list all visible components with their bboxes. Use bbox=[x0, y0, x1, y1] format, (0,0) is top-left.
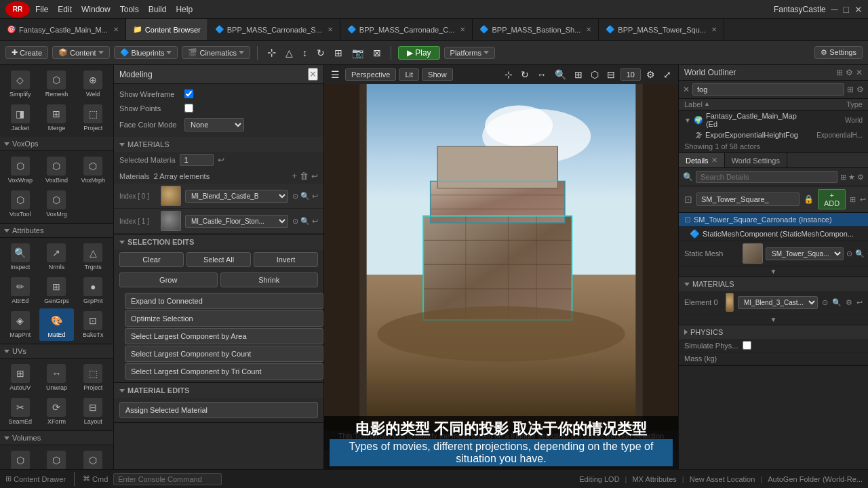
selection-edits-header[interactable]: SELECTION EdIts bbox=[114, 235, 323, 249]
tool-baketx[interactable]: ⊡ BakeTx bbox=[75, 308, 111, 341]
tool-bspconv[interactable]: ⬡BSPconv bbox=[75, 448, 111, 469]
tool-volmsh[interactable]: ⬡VolMsh bbox=[3, 448, 38, 469]
undo-button[interactable]: ↩ bbox=[218, 155, 224, 165]
details-settings-btn[interactable]: ⚙ bbox=[857, 173, 864, 182]
tab-close-icon[interactable]: ✕ bbox=[711, 26, 717, 33]
tab-bpp-mass-1[interactable]: 🔷 BPP_MASS_Carronade_S... ✕ bbox=[208, 19, 340, 40]
material-select-1[interactable]: MI_Castle_Floor_Ston... bbox=[185, 215, 288, 228]
tool-voxtool[interactable]: ⬡ VoxTool bbox=[3, 188, 38, 220]
element-navigate-btn[interactable]: ⊙ bbox=[822, 298, 828, 307]
tool-voxmrg[interactable]: ⬡ VoxMrg bbox=[39, 188, 75, 220]
remove-material-button[interactable]: 🗑 bbox=[300, 171, 309, 181]
select-all-button[interactable]: Select All bbox=[186, 252, 251, 267]
create-button[interactable]: ✚ Create bbox=[5, 46, 48, 59]
select-icon[interactable]: ⊹ bbox=[264, 45, 279, 60]
rotate-icon[interactable]: ↻ bbox=[314, 46, 328, 60]
tab-close-icon[interactable]: ✕ bbox=[460, 26, 465, 33]
tool-jacket[interactable]: ◨ Jacket bbox=[3, 102, 38, 134]
camera-icon[interactable]: 📷 bbox=[349, 46, 366, 60]
tool-voxbind[interactable]: ⬡ VoxBind bbox=[39, 154, 75, 186]
details-tab[interactable]: Details ✕ bbox=[679, 153, 725, 167]
details-view-btn[interactable]: ⊞ bbox=[840, 173, 846, 182]
menu-file[interactable]: File bbox=[35, 5, 48, 14]
physics-header[interactable]: PHYSICS bbox=[679, 325, 868, 339]
tree-item-fog[interactable]: 🌫 ExporExponentialHeightFog ExponentialH… bbox=[679, 129, 868, 140]
material-undo-0[interactable]: ↩ bbox=[312, 192, 318, 201]
rotate-vp-icon[interactable]: ↻ bbox=[518, 68, 532, 81]
details-tab-close[interactable]: ✕ bbox=[711, 156, 717, 165]
material-navigate-0[interactable]: ⊙ bbox=[292, 192, 298, 201]
tool-remesh[interactable]: ⬡ Remesh bbox=[39, 68, 75, 100]
fullscreen-vp-icon[interactable]: ⤢ bbox=[660, 68, 674, 81]
show-points-checkbox[interactable] bbox=[184, 104, 193, 113]
menu-help[interactable]: Help bbox=[176, 5, 193, 14]
lit-button[interactable]: Lit bbox=[399, 68, 419, 81]
tool-grppnt[interactable]: ● GrpPnt bbox=[75, 274, 111, 307]
tab-bpp-bastion[interactable]: 🔷 BPP_MASS_Bastion_Sh... ✕ bbox=[473, 19, 599, 40]
selected-material-input[interactable] bbox=[180, 154, 214, 166]
modeling-close-button[interactable]: ✕ bbox=[308, 68, 318, 81]
expand-connected-button[interactable]: Expand to Connected bbox=[125, 293, 323, 309]
console-input[interactable] bbox=[113, 473, 222, 485]
uvs-header[interactable]: UVs bbox=[0, 344, 113, 359]
menu-tools[interactable]: Tools bbox=[120, 5, 139, 14]
tool-voxmrph[interactable]: ⬡ VoxMrph bbox=[75, 154, 111, 186]
tool-gengrps[interactable]: ⊞ GenGrps bbox=[39, 274, 75, 307]
materials-section-header[interactable]: MATERIALS bbox=[114, 137, 323, 152]
clear-button[interactable]: Clear bbox=[119, 252, 184, 267]
attributes-header[interactable]: Attributes bbox=[0, 224, 113, 238]
menu-build[interactable]: Build bbox=[149, 5, 167, 14]
add-material-button[interactable]: + bbox=[292, 171, 297, 181]
tool-unwrap[interactable]: ↔Unwrap bbox=[39, 361, 75, 394]
content-button[interactable]: 📦 Content bbox=[52, 46, 110, 59]
close-btn[interactable]: ✕ bbox=[854, 4, 863, 15]
select-largest-count-button[interactable]: Select Largest Component by Count bbox=[125, 346, 323, 362]
details-star-btn[interactable]: ★ bbox=[848, 173, 855, 182]
blueprints-button[interactable]: 🔷 Blueprints bbox=[114, 46, 178, 59]
minimize-btn[interactable]: ─ bbox=[831, 4, 838, 15]
tool-attred[interactable]: ✏ AttrEd bbox=[3, 274, 38, 307]
voxops-header[interactable]: VoxOps bbox=[0, 137, 113, 151]
element-select-0[interactable]: MI_Blend_3_Cast... bbox=[738, 296, 818, 309]
content-drawer-button[interactable]: ⊞ Content Drawer bbox=[5, 474, 66, 483]
element-search-btn[interactable]: 🔍 bbox=[832, 298, 842, 307]
material-undo-1[interactable]: ↩ bbox=[312, 217, 318, 226]
tool-project-uv[interactable]: ⬚Project bbox=[75, 361, 111, 394]
perspective-button[interactable]: Perspective bbox=[345, 68, 396, 81]
detail-list-item-static[interactable]: 🔷 StaticMeshComponent (StaticMeshCompon.… bbox=[679, 227, 868, 241]
outliner-search-input[interactable] bbox=[692, 83, 844, 96]
material-search-1[interactable]: 🔍 bbox=[300, 217, 310, 226]
tool-merge[interactable]: ⊞ Merge bbox=[39, 102, 75, 134]
tab-content-browser[interactable]: 📁 Content Browser bbox=[126, 19, 208, 40]
grid-vp-icon[interactable]: ⊞ bbox=[572, 68, 585, 81]
tab-close-icon[interactable]: ✕ bbox=[328, 26, 333, 33]
outliner-close-button[interactable]: ✕ bbox=[856, 68, 863, 77]
component-undo-btn[interactable]: ↩ bbox=[860, 195, 866, 204]
details-search-input[interactable] bbox=[696, 171, 837, 183]
assign-material-button[interactable]: Assign Selected Material bbox=[119, 402, 318, 418]
wireframe-vp-icon[interactable]: ⬡ bbox=[588, 68, 601, 81]
volumes-header[interactable]: Volumes bbox=[0, 431, 113, 445]
tab-fantasy-castle[interactable]: 🎯 Fantasy_Castle_Main_M... ✕ bbox=[0, 19, 126, 40]
tool-mappnt[interactable]: ◈ MapPnt bbox=[3, 308, 38, 341]
select-largest-tricount-button[interactable]: Select Largest Component by Tri Count bbox=[125, 363, 323, 380]
materials-expand-row[interactable]: ▼ bbox=[679, 314, 868, 325]
tool-layout[interactable]: ⊟Layout bbox=[75, 395, 111, 428]
outliner-action-1[interactable]: ⊞ bbox=[836, 68, 843, 77]
shrink-button[interactable]: Shrink bbox=[220, 272, 319, 287]
tab-bpp-mass-2[interactable]: 🔷 BPP_MASS_Carronade_C... ✕ bbox=[340, 19, 473, 40]
tool-project[interactable]: ⬚ Project bbox=[75, 102, 111, 134]
details-materials-header[interactable]: MATERIALS bbox=[679, 277, 868, 291]
zoom-vp-icon[interactable]: 🔍 bbox=[552, 68, 569, 81]
show-button[interactable]: Show bbox=[422, 68, 453, 81]
mesh-select[interactable]: SM_Tower_Squa... bbox=[766, 247, 844, 260]
material-search-0[interactable]: 🔍 bbox=[300, 192, 310, 201]
maximize-btn[interactable]: □ bbox=[844, 4, 849, 15]
settings-button[interactable]: ⚙ Settings bbox=[814, 46, 863, 59]
select-largest-area-button[interactable]: Select Largest Component by Area bbox=[125, 328, 323, 344]
lod-value-button[interactable]: 10 bbox=[620, 68, 641, 81]
tool-msh2vol[interactable]: ⬡Msh2Vol bbox=[39, 448, 75, 469]
move-icon[interactable]: △ bbox=[283, 46, 296, 60]
tab-bpp-tower[interactable]: 🔷 BPP_MASS_Tower_Squ... ✕ bbox=[599, 19, 724, 40]
tool-nrmls[interactable]: ↗ Nrmls bbox=[39, 241, 75, 273]
